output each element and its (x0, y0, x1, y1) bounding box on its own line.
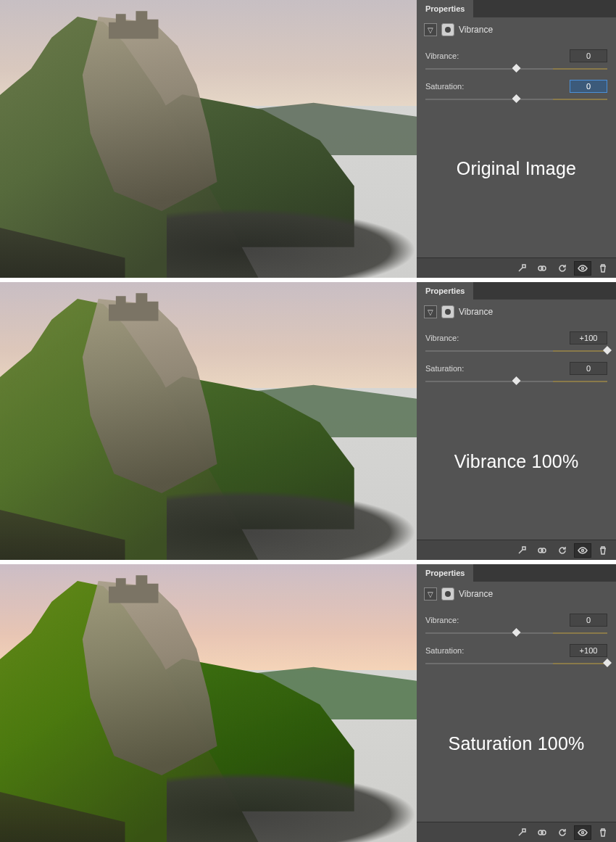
vibrance-label: Vibrance: (425, 51, 459, 60)
adjustment-title: Vibrance (459, 589, 493, 599)
properties-panel: Properties ▽ Vibrance Vibrance: 0 (417, 0, 616, 278)
svg-point-1 (541, 266, 546, 271)
properties-panel: Properties ▽ Vibrance Vibrance: 0 (417, 564, 616, 842)
adjustment-type-icon[interactable]: ▽ (424, 305, 437, 318)
vibrance-label: Vibrance: (425, 334, 459, 342)
saturation-row: Saturation: 0 (425, 362, 607, 375)
saturation-slider[interactable] (425, 376, 607, 387)
saturation-label: Saturation: (425, 646, 464, 655)
svg-point-7 (541, 830, 546, 835)
vibrance-label: Vibrance: (425, 616, 459, 624)
panel-tab-bar: Properties (417, 0, 616, 17)
view-previous-state-icon[interactable] (533, 261, 551, 276)
vibrance-slider-thumb[interactable] (512, 64, 521, 73)
layer-mask-icon[interactable] (441, 305, 454, 318)
adjustment-controls: Vibrance: 0 Saturation: +100 (417, 603, 616, 669)
reset-icon[interactable] (554, 261, 571, 276)
vibrance-slider[interactable] (425, 64, 607, 74)
toggle-visibility-icon[interactable] (574, 825, 591, 840)
comparison-row: Properties ▽ Vibrance Vibrance: 0 (0, 0, 616, 278)
saturation-value-input[interactable]: 0 (570, 80, 607, 93)
adjustment-title: Vibrance (459, 25, 493, 35)
svg-point-4 (541, 548, 546, 553)
vibrance-slider[interactable] (425, 628, 607, 638)
clip-to-layer-icon[interactable] (513, 825, 530, 840)
adjustment-type-icon[interactable]: ▽ (424, 23, 437, 36)
panel-footer (417, 257, 616, 278)
saturation-slider-thumb[interactable] (512, 94, 521, 103)
landscape-photo (0, 282, 417, 560)
adjustment-controls: Vibrance: 0 Saturation: 0 (417, 39, 616, 104)
saturation-row: Saturation: +100 (425, 644, 607, 657)
saturation-label: Saturation: (425, 82, 464, 91)
vibrance-slider-thumb[interactable] (512, 628, 521, 637)
layer-mask-icon[interactable] (441, 587, 454, 600)
saturation-label: Saturation: (425, 364, 464, 373)
panel-menu-icon[interactable] (600, 564, 616, 582)
panel-tab-bar: Properties (417, 564, 616, 582)
rocky-shore (167, 208, 417, 278)
landscape-photo (0, 0, 417, 278)
layer-mask-icon[interactable] (441, 23, 454, 36)
rocky-shore (167, 490, 417, 560)
reset-icon[interactable] (554, 543, 571, 558)
overlay-caption: Saturation 100% (417, 733, 616, 754)
adjustment-header: ▽ Vibrance (417, 17, 616, 39)
vibrance-value-input[interactable]: 0 (570, 49, 607, 62)
toggle-visibility-icon[interactable] (574, 543, 591, 558)
delete-icon[interactable] (594, 543, 612, 558)
svg-point-8 (582, 831, 584, 833)
vibrance-value-input[interactable]: +100 (570, 331, 607, 344)
properties-tab[interactable]: Properties (417, 0, 473, 17)
properties-panel: Properties ▽ Vibrance Vibrance: +100 (417, 282, 616, 560)
comparison-row: Properties ▽ Vibrance Vibrance: 0 (0, 564, 616, 842)
saturation-slider-thumb[interactable] (603, 659, 612, 667)
reset-icon[interactable] (554, 825, 571, 840)
overlay-caption: Original Image (417, 158, 616, 179)
clip-to-layer-icon[interactable] (513, 261, 530, 276)
vibrance-slider[interactable] (425, 346, 607, 356)
adjustment-header: ▽ Vibrance (417, 582, 616, 603)
saturation-value-input[interactable]: +100 (570, 644, 607, 657)
view-previous-state-icon[interactable] (533, 543, 551, 558)
adjustment-title: Vibrance (459, 307, 493, 317)
delete-icon[interactable] (594, 825, 612, 840)
comparison-row: Properties ▽ Vibrance Vibrance: +100 (0, 282, 616, 560)
vibrance-row: Vibrance: 0 (425, 49, 607, 62)
toggle-visibility-icon[interactable] (574, 261, 591, 276)
vibrance-value-input[interactable]: 0 (570, 614, 607, 627)
adjustment-header: ▽ Vibrance (417, 300, 616, 321)
saturation-row: Saturation: 0 (425, 80, 607, 93)
saturation-value-input[interactable]: 0 (570, 362, 607, 375)
rocky-shore (167, 772, 417, 842)
view-previous-state-icon[interactable] (533, 825, 551, 840)
svg-point-2 (582, 267, 584, 269)
panel-menu-icon[interactable] (600, 282, 616, 300)
landscape-photo (0, 564, 417, 842)
properties-tab[interactable]: Properties (417, 564, 473, 582)
overlay-caption: Vibrance 100% (417, 451, 616, 472)
panel-footer (417, 540, 616, 560)
panel-footer (417, 822, 616, 842)
saturation-slider[interactable] (425, 659, 607, 669)
vibrance-slider-thumb[interactable] (603, 346, 612, 355)
panel-menu-icon[interactable] (600, 0, 616, 17)
vibrance-row: Vibrance: 0 (425, 614, 607, 627)
adjustment-controls: Vibrance: +100 Saturation: 0 (417, 321, 616, 387)
adjustment-type-icon[interactable]: ▽ (424, 587, 437, 600)
delete-icon[interactable] (594, 261, 612, 276)
saturation-slider[interactable] (425, 94, 607, 104)
vibrance-row: Vibrance: +100 (425, 331, 607, 344)
svg-point-5 (582, 549, 584, 551)
clip-to-layer-icon[interactable] (513, 543, 530, 558)
saturation-slider-thumb[interactable] (512, 376, 521, 385)
properties-tab[interactable]: Properties (417, 282, 473, 300)
panel-tab-bar: Properties (417, 282, 616, 300)
